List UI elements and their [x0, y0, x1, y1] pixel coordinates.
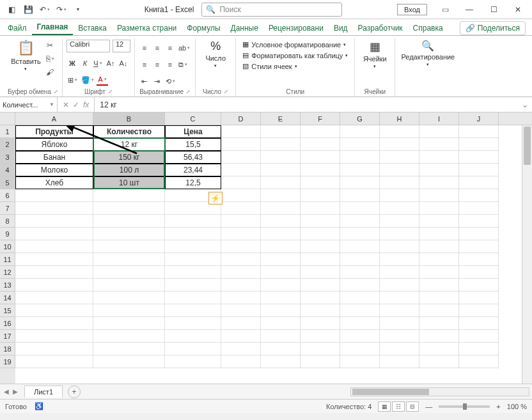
cell[interactable] [380, 176, 419, 189]
search-box[interactable]: 🔍 Поиск [201, 3, 342, 17]
cell[interactable] [340, 215, 380, 228]
cell[interactable] [340, 151, 380, 164]
cell[interactable] [340, 138, 380, 151]
cell[interactable] [419, 279, 459, 292]
cell[interactable] [340, 125, 380, 138]
cell[interactable] [459, 228, 499, 240]
cell[interactable] [380, 240, 419, 253]
cell[interactable] [165, 343, 221, 355]
close-button[interactable]: ✕ [506, 1, 529, 19]
cell[interactable] [459, 215, 499, 228]
cell[interactable] [301, 343, 340, 355]
cell[interactable] [15, 240, 93, 253]
hscroll-thumb[interactable] [352, 389, 429, 395]
cell[interactable] [15, 266, 93, 279]
cell[interactable] [380, 253, 419, 266]
col-header-I[interactable]: I [419, 113, 459, 125]
cell[interactable] [261, 317, 301, 330]
cell[interactable] [261, 292, 301, 304]
cell[interactable] [261, 253, 301, 266]
cell[interactable] [261, 279, 301, 292]
cell[interactable] [419, 240, 459, 253]
quick-analysis-icon[interactable]: ⚡ [208, 192, 223, 205]
cell[interactable] [419, 317, 459, 330]
cell[interactable] [221, 343, 261, 355]
cell[interactable] [93, 343, 165, 355]
cell[interactable] [221, 202, 261, 215]
cell[interactable] [380, 151, 419, 164]
cell[interactable] [15, 317, 93, 330]
cell[interactable] [340, 228, 380, 240]
cell[interactable] [340, 266, 380, 279]
row-header-12[interactable]: 12 [0, 266, 15, 279]
bold-button[interactable]: Ж [66, 58, 78, 69]
namebox-dropdown-icon[interactable]: ▼ [49, 102, 54, 107]
cell[interactable] [261, 138, 301, 151]
cell[interactable] [15, 304, 93, 317]
cell[interactable] [93, 202, 165, 215]
cell[interactable] [221, 253, 261, 266]
cell[interactable] [93, 228, 165, 240]
cell[interactable] [165, 228, 221, 240]
cell[interactable] [261, 189, 301, 202]
cell[interactable] [301, 189, 340, 202]
clipboard-launcher-icon[interactable]: ⤢ [54, 89, 58, 95]
cell[interactable] [261, 343, 301, 355]
cell[interactable] [93, 253, 165, 266]
cell[interactable] [459, 292, 499, 304]
redo-button[interactable]: ↷ [54, 2, 69, 17]
row-header-11[interactable]: 11 [0, 253, 15, 266]
cell[interactable] [459, 330, 499, 343]
cell[interactable]: 150 кг [93, 151, 165, 164]
zoom-level[interactable]: 100 % [507, 403, 527, 410]
font-size-select[interactable]: 12 [113, 40, 130, 52]
cell[interactable] [221, 138, 261, 151]
cell[interactable] [261, 164, 301, 176]
cell[interactable] [380, 125, 419, 138]
col-header-A[interactable]: A [15, 113, 93, 125]
cell[interactable] [301, 240, 340, 253]
cell[interactable] [15, 228, 93, 240]
name-box[interactable]: Количест... ▼ [0, 97, 58, 112]
increase-font-icon[interactable]: A↑ [105, 58, 116, 69]
font-name-select[interactable]: Calibri [66, 40, 110, 52]
cell[interactable] [340, 330, 380, 343]
editing-button[interactable]: 🔍 Редактирование ▾ [399, 40, 457, 67]
cell[interactable] [301, 176, 340, 189]
cell[interactable] [15, 253, 93, 266]
cell[interactable] [459, 138, 499, 151]
cell[interactable] [419, 330, 459, 343]
cell[interactable] [419, 266, 459, 279]
tab-insert[interactable]: Вставка [73, 21, 112, 35]
cell[interactable] [165, 304, 221, 317]
wrap-text-icon[interactable]: ab [177, 42, 191, 54]
sheet-next-icon[interactable]: ▶ [13, 388, 18, 395]
cell[interactable] [221, 164, 261, 176]
cell[interactable] [340, 240, 380, 253]
cell[interactable] [165, 292, 221, 304]
cell[interactable] [261, 125, 301, 138]
cell[interactable] [380, 279, 419, 292]
col-header-G[interactable]: G [340, 113, 380, 125]
cell[interactable] [419, 151, 459, 164]
ribbon-options-icon[interactable]: ▭ [434, 1, 457, 19]
cell[interactable] [301, 330, 340, 343]
cell[interactable] [15, 279, 93, 292]
vertical-scrollbar[interactable] [522, 125, 532, 384]
zoom-out-button[interactable]: — [425, 403, 432, 410]
cell[interactable] [419, 125, 459, 138]
cell[interactable] [15, 202, 93, 215]
cell[interactable] [380, 228, 419, 240]
cell[interactable] [165, 240, 221, 253]
add-sheet-button[interactable]: + [68, 385, 81, 398]
cell[interactable] [459, 151, 499, 164]
row-header-7[interactable]: 7 [0, 202, 15, 215]
align-top-icon[interactable]: ≡ [139, 42, 150, 54]
cell[interactable] [261, 176, 301, 189]
cell[interactable] [93, 215, 165, 228]
cell[interactable] [15, 355, 93, 368]
cell[interactable] [340, 202, 380, 215]
decrease-font-icon[interactable]: A↓ [118, 58, 129, 69]
cell[interactable] [301, 151, 340, 164]
cell[interactable] [340, 343, 380, 355]
